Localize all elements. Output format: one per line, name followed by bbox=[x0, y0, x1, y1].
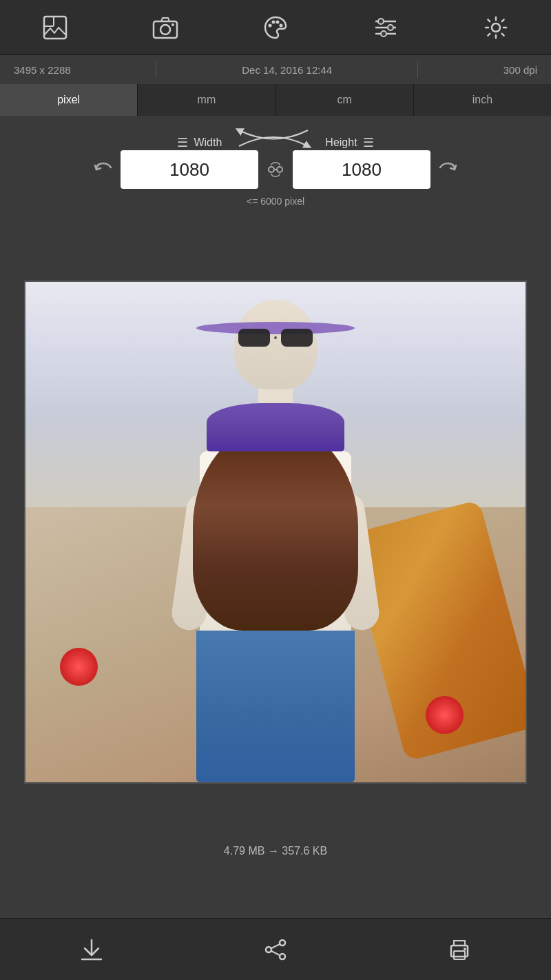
tab-cm[interactable]: cm bbox=[276, 84, 414, 116]
svg-point-21 bbox=[280, 940, 285, 946]
gallery-icon[interactable] bbox=[34, 7, 76, 48]
tab-inch[interactable]: inch bbox=[414, 84, 551, 116]
dpi-text: 300 dpi bbox=[503, 64, 537, 76]
svg-point-5 bbox=[269, 23, 272, 27]
svg-point-12 bbox=[378, 19, 384, 24]
svg-line-24 bbox=[271, 944, 280, 948]
svg-point-8 bbox=[280, 23, 283, 27]
info-separator-1 bbox=[156, 61, 156, 78]
sliders-icon[interactable] bbox=[365, 7, 406, 48]
content-spacer bbox=[0, 863, 551, 918]
redo-button[interactable] bbox=[430, 159, 465, 180]
share-button[interactable] bbox=[255, 929, 296, 970]
width-menu-icon[interactable]: ☰ bbox=[177, 136, 188, 149]
photo-background bbox=[25, 282, 526, 782]
date-text: Dec 14, 2016 12:44 bbox=[242, 64, 332, 76]
height-input[interactable] bbox=[293, 150, 430, 189]
download-button[interactable] bbox=[71, 929, 112, 970]
print-button[interactable] bbox=[439, 929, 480, 970]
photo-wheel-right bbox=[426, 696, 464, 734]
palette-icon[interactable] bbox=[255, 7, 296, 48]
undo-button[interactable] bbox=[86, 159, 121, 180]
svg-point-23 bbox=[280, 954, 285, 959]
svg-point-4 bbox=[171, 23, 174, 26]
height-menu-icon[interactable]: ☰ bbox=[363, 136, 374, 149]
info-bar: 3495 x 2288 Dec 14, 2016 12:44 300 dpi bbox=[0, 55, 551, 84]
size-text: 4.79 MB → 357.6 KB bbox=[224, 845, 327, 857]
svg-point-6 bbox=[272, 20, 276, 23]
image-container bbox=[24, 280, 527, 784]
top-toolbar bbox=[0, 0, 551, 55]
svg-rect-16 bbox=[269, 167, 274, 172]
svg-point-13 bbox=[388, 25, 393, 30]
svg-point-22 bbox=[266, 947, 271, 952]
height-label: Height bbox=[325, 136, 357, 149]
resolution-text: 3495 x 2288 bbox=[14, 64, 71, 76]
svg-point-28 bbox=[464, 948, 466, 950]
settings-icon[interactable] bbox=[475, 7, 517, 48]
constraint-text: <= 6000 pixel bbox=[7, 196, 544, 207]
camera-icon[interactable] bbox=[145, 7, 186, 48]
svg-rect-17 bbox=[277, 167, 282, 172]
unit-tabs: pixel mm cm inch bbox=[0, 84, 551, 116]
svg-point-3 bbox=[160, 25, 170, 34]
svg-point-7 bbox=[276, 20, 280, 23]
svg-line-25 bbox=[271, 951, 280, 955]
dimensions-area: ☰ Width Height ☰ bbox=[0, 116, 551, 214]
bottom-toolbar bbox=[0, 918, 551, 980]
svg-point-15 bbox=[492, 23, 500, 32]
image-area bbox=[0, 214, 551, 837]
photo-wheel-left bbox=[60, 648, 98, 686]
svg-rect-0 bbox=[44, 17, 66, 39]
size-indicator: 4.79 MB → 357.6 KB bbox=[0, 837, 551, 863]
svg-rect-1 bbox=[44, 17, 54, 26]
swap-arrows-icon bbox=[232, 127, 315, 149]
inputs-row bbox=[48, 150, 503, 189]
tab-mm[interactable]: mm bbox=[138, 84, 276, 116]
info-separator-2 bbox=[417, 61, 418, 78]
link-button[interactable] bbox=[258, 152, 293, 187]
photo-hair bbox=[193, 424, 358, 631]
tab-pixel[interactable]: pixel bbox=[0, 84, 138, 116]
svg-point-14 bbox=[381, 31, 386, 37]
svg-rect-27 bbox=[454, 951, 465, 959]
width-label: Width bbox=[194, 136, 222, 149]
photo-hat bbox=[207, 403, 344, 451]
width-input[interactable] bbox=[121, 150, 258, 189]
